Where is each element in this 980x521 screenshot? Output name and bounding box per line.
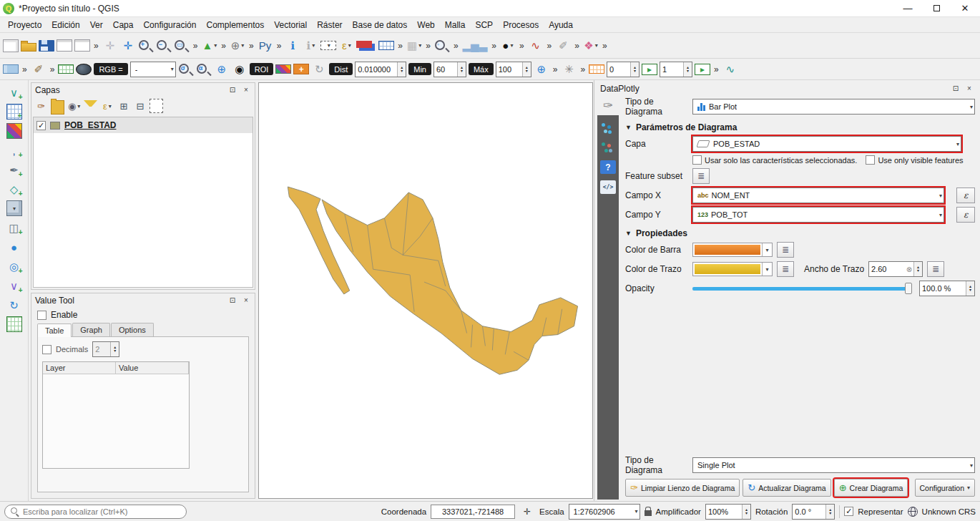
enable-checkbox[interactable] [37,311,46,320]
add-virtual-layer[interactable]: ∨+ [6,278,22,293]
toolbar-overflow[interactable]: » [579,64,587,74]
filter-legend[interactable] [84,100,97,115]
scp-add-roi[interactable] [293,64,309,74]
tab-table[interactable]: Table [37,323,72,337]
add-group[interactable] [51,100,64,115]
toolbar-overflow[interactable]: » [712,64,720,74]
menu-capa[interactable]: Capa [108,19,139,31]
max-spin[interactable]: 100▴▾ [496,62,531,77]
float-panel-icon[interactable]: ⊡ [227,86,237,94]
layout-manager[interactable] [74,39,90,52]
scp-band-set[interactable] [58,64,74,74]
menu-vectorial[interactable]: Vectorial [269,19,312,31]
code-tab[interactable]: </> [600,180,616,194]
refresh-connections[interactable]: ↻ [6,297,22,313]
parameters-section-header[interactable]: ▼Parámetros de Diagrama [625,122,975,132]
crs-globe-icon[interactable] [908,507,918,517]
close-panel-icon[interactable]: × [241,296,251,304]
expand-all[interactable]: ⊞ [117,99,130,113]
plot-mode-combo[interactable]: Single Plot ▾ [692,457,975,473]
lock-scale-icon[interactable] [645,510,652,516]
y-field-combo[interactable]: 123 POB_TOT ▾ [692,207,944,223]
clear-value-icon[interactable]: ⊗ [906,262,913,276]
add-delimited-text-layer[interactable]: ,+ [6,142,22,158]
identify-features[interactable]: ℹ [285,37,300,54]
menu-malla[interactable]: Malla [440,19,471,31]
layer-combo[interactable]: POB_ESTAD ▾ [692,136,961,152]
run-feature-action[interactable]: ℹ▾ [303,37,318,54]
zoom-to-selection[interactable]: ◦ [434,39,450,52]
save-project[interactable] [39,40,54,52]
magnifier-spinner[interactable]: 100% ▴▾ [705,504,751,520]
stroke-width-data-defined-button[interactable]: ≣ [927,261,944,277]
toolbar-overflow[interactable]: » [518,41,526,51]
restore-button[interactable] [924,1,949,16]
column-header-value[interactable]: Value [116,362,189,374]
search-input[interactable] [23,507,180,516]
new-project[interactable] [3,39,19,52]
measure-tool[interactable]: ▲▾ [201,37,217,54]
close-button[interactable]: ✕ [953,1,977,16]
scp-zoom-extent[interactable]: ⊕ [534,61,549,78]
remove-layer[interactable] [150,99,163,113]
temporal-controller[interactable]: ●▾ [500,37,516,54]
stroke-color-data-defined-button[interactable]: ≣ [777,261,794,277]
scp-zoom-cursor[interactable]: σ [178,63,194,75]
min-spin[interactable]: 60▴▾ [433,62,466,77]
add-mesh-layer[interactable] [6,123,22,139]
close-panel-icon[interactable]: × [964,84,974,92]
zoom-out[interactable]: − [156,39,172,52]
opacity-slider-handle[interactable] [905,283,912,294]
select-by-expression[interactable]: ε▾ [338,37,354,54]
menu-web[interactable]: Web [412,19,439,31]
menu-procesos[interactable]: Procesos [498,19,544,31]
update-plot-button[interactable]: ↻ Actualizar Diagrama [743,479,830,497]
menu-ráster[interactable]: Ráster [312,19,347,31]
extents-toggle-icon[interactable]: ✛ [519,503,535,520]
menu-edición[interactable]: Edición [46,19,84,31]
vertex-editor[interactable]: ❖▾ [583,37,599,54]
dist-spin[interactable]: 0.010000▴▾ [355,62,406,77]
toolbar-overflow[interactable]: » [220,41,227,51]
decimals-spinner[interactable]: 2 ▴▾ [92,341,119,357]
opacity-spinner[interactable]: 100.0 % ▴▾ [919,281,975,296]
feature-subset-expression-button[interactable]: ≣ [692,168,710,184]
dataplotly-toolbar-icon[interactable]: ∿ [722,61,738,78]
style-manager[interactable]: ✐ [31,61,46,78]
raster-histogram[interactable]: ▂▅▃ [462,37,489,54]
toolbar-overflow[interactable]: » [21,64,29,74]
toolbar-overflow[interactable]: » [546,41,554,51]
new-print-layout[interactable] [57,39,72,52]
open-attribute-table[interactable] [378,41,394,50]
pan-to-selection[interactable]: ✛ [120,37,136,54]
select-features[interactable]: ▾ [320,41,336,50]
minimize-button[interactable]: — [896,1,920,16]
deselect-features[interactable] [356,41,372,48]
snapping-toggle[interactable]: ⊕▾ [230,37,245,54]
configuration-button[interactable]: Configuration ▾ [915,479,975,497]
rgb-combo[interactable]: -▾ [130,62,176,77]
bar-color-button[interactable]: ▾ [692,243,773,257]
clean-plot-canvas-button[interactable]: ✑ Limpiar Lienzo de Diagrama [625,479,740,497]
locator-search[interactable] [4,505,187,519]
menu-scp[interactable]: SCP [470,19,498,31]
serval-value-spin[interactable]: 1▴▾ [660,62,692,77]
data-source-manager[interactable] [6,316,22,332]
add-wfs-layer[interactable]: ◎+ [6,258,22,274]
toolbar-overflow[interactable]: » [601,41,609,51]
toolbar-overflow[interactable]: » [424,41,432,51]
layer-visibility-checkbox[interactable] [36,121,46,130]
open-project[interactable] [21,43,36,52]
rotation-spinner[interactable]: 0.0 ° ▴▾ [792,504,835,520]
pan-map[interactable]: ✛ [102,37,118,54]
toolbar-overflow[interactable]: » [452,41,460,51]
layer-item[interactable]: POB_ESTAD [34,117,253,133]
zoom-in[interactable]: + [138,39,154,52]
menu-proyecto[interactable]: Proyecto [3,19,46,31]
toolbar-overflow[interactable]: » [49,64,57,74]
column-header-layer[interactable]: Layer [43,362,116,374]
menu-ver[interactable]: Ver [85,19,108,31]
new-map-view[interactable] [3,64,19,74]
add-arcgis-layer[interactable]: ● [6,239,22,255]
plot-settings-tab[interactable] [600,122,616,135]
